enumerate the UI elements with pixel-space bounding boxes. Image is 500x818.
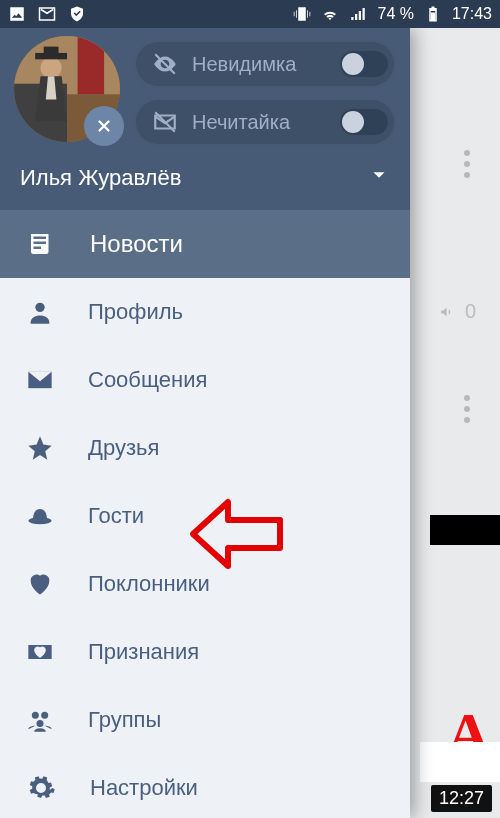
toggle-invisible[interactable]: Невидимка <box>134 40 396 88</box>
status-bar: 74 % 17:43 <box>0 0 500 28</box>
close-icon[interactable] <box>84 106 124 146</box>
switch[interactable] <box>340 51 388 77</box>
nav-item-profile[interactable]: Профиль <box>0 278 410 346</box>
nav-label: Сообщения <box>88 367 207 393</box>
account-selector[interactable]: Илья Журавлёв <box>0 150 410 210</box>
clock: 17:43 <box>452 5 492 23</box>
profile-icon <box>26 298 54 326</box>
chevron-down-icon <box>368 164 390 192</box>
heart-mail-icon <box>26 638 54 666</box>
signal-icon <box>349 5 367 23</box>
svg-point-4 <box>41 57 62 78</box>
star-icon <box>26 434 54 462</box>
video-duration-badge: 12:27 <box>431 785 492 812</box>
svg-rect-2 <box>78 36 105 94</box>
drawer-header: Невидимка Нечитайка Илья Журавлёв Новост… <box>0 28 410 278</box>
svg-point-7 <box>35 303 44 312</box>
nav-item-settings[interactable]: Настройки <box>0 754 410 818</box>
share-count: 0 <box>437 300 476 323</box>
nav-item-friends[interactable]: Друзья <box>0 414 410 482</box>
nav-label: Признания <box>88 639 199 665</box>
battery-percent: 74 % <box>377 5 413 23</box>
avatar[interactable] <box>14 36 120 142</box>
toggle-label: Нечитайка <box>192 111 326 134</box>
svg-point-11 <box>37 720 44 727</box>
heart-icon <box>26 570 54 598</box>
mail-off-icon <box>152 109 178 135</box>
nav-item-news[interactable]: Новости <box>0 210 410 278</box>
svg-point-9 <box>32 712 39 719</box>
kebab-menu-icon[interactable] <box>464 395 470 423</box>
kebab-menu-icon[interactable] <box>464 150 470 178</box>
user-name: Илья Журавлёв <box>20 165 181 191</box>
nav-label: Гости <box>88 503 144 529</box>
nav-item-confessions[interactable]: Признания <box>0 618 410 686</box>
nav-item-messages[interactable]: Сообщения <box>0 346 410 414</box>
svg-point-10 <box>41 712 48 719</box>
svg-rect-6 <box>44 47 59 55</box>
news-icon <box>26 229 56 259</box>
navigation-drawer: Невидимка Нечитайка Илья Журавлёв Новост… <box>0 28 410 818</box>
nav-label: Друзья <box>88 435 159 461</box>
shield-icon <box>68 5 86 23</box>
groups-icon <box>26 706 54 734</box>
nav-label: Настройки <box>90 775 198 801</box>
wifi-icon <box>321 5 339 23</box>
battery-icon <box>424 5 442 23</box>
messages-icon <box>26 366 54 394</box>
toggle-noread[interactable]: Нечитайка <box>134 98 396 146</box>
nav-item-guests[interactable]: Гости <box>0 482 410 550</box>
nav-item-admirers[interactable]: Поклонники <box>0 550 410 618</box>
image-icon <box>8 5 26 23</box>
hat-icon <box>26 502 54 530</box>
vibrate-icon <box>293 5 311 23</box>
nav-label: Группы <box>88 707 161 733</box>
gear-icon <box>26 773 56 803</box>
nav-item-groups[interactable]: Группы <box>0 686 410 754</box>
toggle-label: Невидимка <box>192 53 326 76</box>
eye-off-icon <box>152 51 178 77</box>
nav-label: Поклонники <box>88 571 210 597</box>
mail-icon <box>38 5 56 23</box>
nav-label: Профиль <box>88 299 183 325</box>
switch[interactable] <box>340 109 388 135</box>
nav-menu: Профиль Сообщения Друзья Гости Поклонник… <box>0 278 410 818</box>
nav-label: Новости <box>90 230 183 258</box>
